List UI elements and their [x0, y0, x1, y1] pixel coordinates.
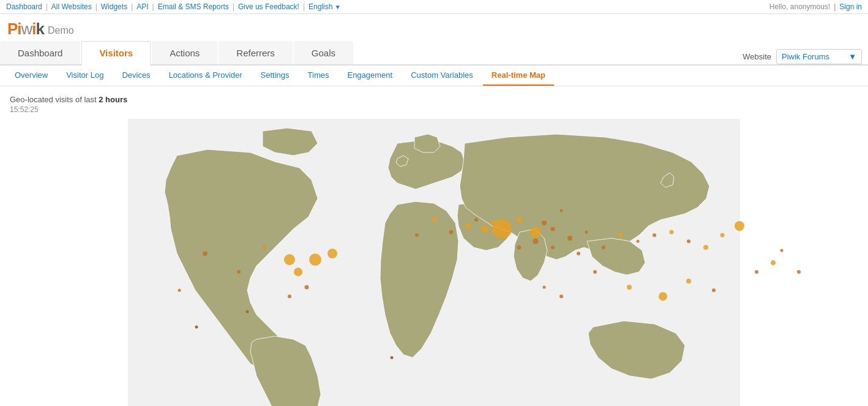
- website-value: Piwik Forums: [782, 52, 829, 61]
- widgets-link[interactable]: Widgets: [101, 2, 127, 11]
- topbar-links: Dashboard | All Websites | Widgets | API…: [6, 2, 341, 11]
- subtab-times[interactable]: Times: [299, 66, 338, 86]
- topbar: Dashboard | All Websites | Widgets | API…: [0, 0, 868, 14]
- subtab-devices[interactable]: Devices: [113, 66, 159, 86]
- subtab-custom-variables[interactable]: Custom Variables: [402, 66, 482, 86]
- chevron-down-icon: ▼: [848, 52, 856, 61]
- header: Piwik Demo: [0, 14, 868, 41]
- subtab-locations-provider[interactable]: Locations & Provider: [160, 66, 251, 86]
- tab-goals[interactable]: Goals: [294, 41, 353, 64]
- language-selector[interactable]: English ▼: [309, 2, 341, 11]
- website-dropdown[interactable]: Piwik Forums ▼: [776, 49, 862, 64]
- tab-referrers[interactable]: Referrers: [219, 41, 293, 64]
- all-websites-link[interactable]: All Websites: [51, 2, 92, 11]
- topbar-right: Hello, anonymous! | Sign in: [769, 2, 862, 11]
- tab-dashboard[interactable]: Dashboard: [0, 41, 80, 64]
- sub-nav: Overview Visitor Log Devices Locations &…: [0, 66, 868, 86]
- greeting-text: Hello, anonymous!: [769, 2, 830, 11]
- website-selector: Website Piwik Forums ▼: [743, 49, 868, 64]
- map-container: [10, 119, 858, 406]
- api-link[interactable]: API: [137, 2, 148, 11]
- subtab-engagement[interactable]: Engagement: [339, 66, 401, 86]
- dashboard-link[interactable]: Dashboard: [6, 2, 42, 11]
- subtab-settings[interactable]: Settings: [252, 66, 298, 86]
- logo-demo: Demo: [48, 25, 74, 36]
- tab-visitors[interactable]: Visitors: [81, 41, 151, 66]
- email-sms-link[interactable]: Email & SMS Reports: [158, 2, 229, 11]
- logo: Piwik Demo: [7, 19, 74, 39]
- tab-actions[interactable]: Actions: [152, 41, 217, 64]
- logo-text: Piwik: [7, 19, 44, 39]
- timestamp-label: 15:52:25: [10, 105, 858, 114]
- language-arrow-icon: ▼: [335, 4, 341, 10]
- geo-label: Geo-located visits of last 2 hours: [10, 95, 858, 104]
- main-nav: Dashboard Visitors Actions Referrers Goa…: [0, 41, 354, 64]
- signin-link[interactable]: Sign in: [839, 2, 862, 11]
- world-map: [10, 119, 858, 406]
- website-label: Website: [743, 52, 771, 61]
- subtab-visitor-log[interactable]: Visitor Log: [58, 66, 112, 86]
- content: Geo-located visits of last 2 hours 15:52…: [0, 86, 868, 406]
- subtab-realtime-map[interactable]: Real-time Map: [483, 66, 554, 86]
- subtab-overview[interactable]: Overview: [6, 66, 56, 86]
- feedback-link[interactable]: Give us Feedback!: [238, 2, 299, 11]
